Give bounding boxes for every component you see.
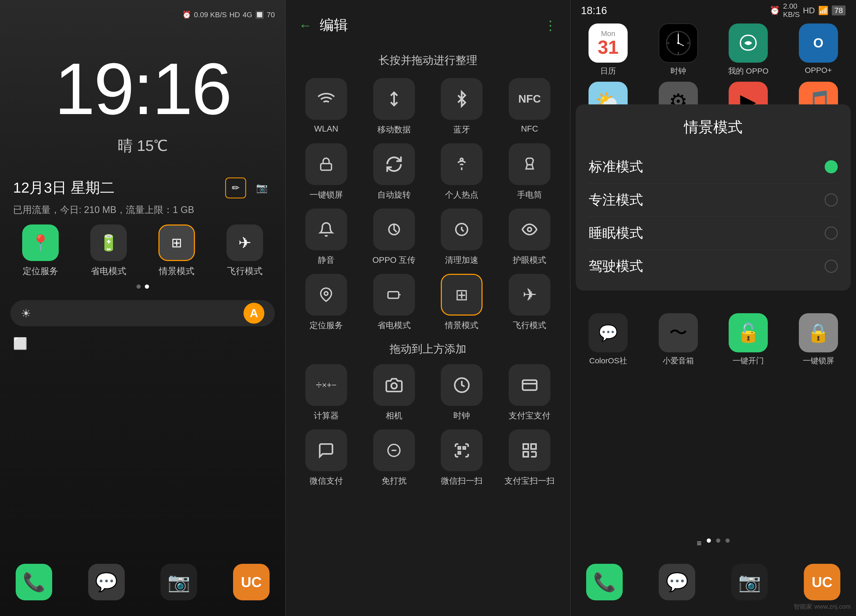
signal-icon: 📶 [818, 6, 828, 15]
scene-option-sleep[interactable]: 睡眠模式 [589, 217, 838, 250]
svg-rect-13 [522, 380, 537, 390]
camera2-label: 相机 [386, 410, 402, 422]
home-screen-panel: 18:16 ⏰ 2.00KB/S HD 📶 78 Mon 31 日历 [571, 0, 856, 616]
svg-rect-20 [523, 444, 528, 449]
tile-battery[interactable]: 🔋 省电模式 [79, 225, 139, 277]
tile-calc[interactable]: ÷×+− 计算器 [296, 364, 356, 422]
tile-airplane2[interactable]: ✈ 飞行模式 [499, 274, 559, 331]
edit-icon[interactable]: ✏ [225, 177, 246, 199]
app-xiaoi[interactable]: 〜 小爱音箱 [646, 313, 711, 366]
search-bar[interactable]: ☀ A [11, 300, 275, 326]
more-button[interactable]: ⋮ [544, 18, 557, 33]
quick-settings-edit-panel: ← 编辑 ⋮ 长按并拖动进行整理 WLAN 移动数据 [285, 0, 571, 616]
app-openlock[interactable]: 🔓 一键开门 [716, 313, 781, 366]
tile-wechatpay[interactable]: 微信支付 [296, 430, 356, 487]
tile-alipay[interactable]: 支付宝支付 [499, 364, 559, 422]
airplane-icon: ✈ [226, 225, 263, 261]
battery-box: 78 [832, 6, 845, 15]
back-button[interactable]: ← [299, 18, 312, 33]
battery2-icon [373, 274, 415, 316]
tile-silent[interactable]: 静音 [296, 209, 356, 266]
nodisturb-label: 免打扰 [382, 475, 406, 487]
uc-app[interactable]: UC [233, 564, 269, 601]
tile-rotate[interactable]: 自动旋转 [364, 143, 424, 201]
user-avatar[interactable]: A [243, 303, 264, 323]
camera-shortcut-icon[interactable]: ⬜ [13, 337, 28, 350]
clean-icon [441, 209, 483, 250]
app-clock[interactable]: 时钟 [646, 23, 711, 77]
phone-app[interactable]: 📞 [15, 564, 52, 601]
scene-option-drive[interactable]: 驾驶模式 [589, 250, 838, 283]
network-speed-icon: 2.00KB/S [783, 2, 800, 19]
scene2-label: 情景模式 [445, 320, 478, 331]
bluetooth-label: 蓝牙 [453, 124, 470, 136]
tile-nodisturb[interactable]: 免打扰 [364, 430, 424, 487]
rotate-label: 自动旋转 [377, 189, 411, 201]
tile-wechatscan[interactable]: 微信扫一扫 [432, 430, 492, 487]
tile-nfc[interactable]: NFC NFC [499, 78, 559, 136]
tile-bluetooth[interactable]: 蓝牙 [432, 78, 492, 136]
clean-label: 清理加速 [445, 254, 478, 266]
calendar-label: 日历 [600, 66, 616, 77]
coloros-icon: 💬 [588, 313, 628, 353]
svg-point-29 [677, 42, 679, 44]
tile-camera2[interactable]: 相机 [364, 364, 424, 422]
quick-tiles: 📍 定位服务 🔋 省电模式 ⊞ 情景模式 ✈ 飞行模式 [0, 225, 285, 277]
tile-oppo-transfer[interactable]: OPPO 互传 [364, 209, 424, 266]
oppo-transfer-label: OPPO 互传 [373, 254, 416, 266]
battery-icon: 🔋 [90, 225, 127, 261]
tile-alipayscan[interactable]: 支付宝扫一扫 [499, 430, 559, 487]
home-camera-app[interactable]: 📷 [731, 564, 768, 601]
app-coloros[interactable]: 💬 ColorOS社 [576, 313, 641, 366]
tile-clock2[interactable]: 时钟 [432, 364, 492, 422]
camera-icon[interactable]: 📷 [251, 177, 272, 199]
svg-rect-17 [458, 447, 460, 449]
dock-dots: ≡ [571, 539, 856, 548]
tile-mobile-data[interactable]: 移动数据 [364, 78, 424, 136]
hd-label: HD [803, 6, 815, 15]
hotspot-icon [441, 143, 483, 185]
camera-app[interactable]: 📷 [160, 564, 197, 601]
home-message-app[interactable]: 💬 [659, 564, 695, 601]
tile-clean[interactable]: 清理加速 [432, 209, 492, 266]
scene-option-standard[interactable]: 标准模式 [589, 150, 838, 183]
home-phone-app[interactable]: 📞 [586, 564, 623, 601]
lock-time: 19:16 [0, 47, 285, 131]
svg-point-8 [324, 292, 328, 296]
drive-radio [825, 260, 838, 273]
tile-airplane[interactable]: ✈ 飞行模式 [214, 225, 275, 277]
section1-label: 长按并拖动进行整理 [286, 53, 570, 68]
tile-wlan[interactable]: WLAN [296, 78, 356, 136]
tile-location2[interactable]: 定位服务 [296, 274, 356, 331]
tile-lockscreen[interactable]: 一键锁屏 [296, 143, 356, 201]
scene-option-focus[interactable]: 专注模式 [589, 183, 838, 217]
tile-location[interactable]: 📍 定位服务 [11, 225, 71, 277]
silent-icon [305, 209, 347, 250]
app-calendar[interactable]: Mon 31 日历 [576, 23, 641, 77]
openlock-icon: 🔓 [729, 313, 768, 353]
tile-flashlight[interactable]: 手电筒 [499, 143, 559, 201]
alipay-icon [509, 364, 550, 406]
message-app[interactable]: 💬 [88, 564, 125, 601]
mobile-data-icon [373, 78, 415, 120]
home-uc-app[interactable]: UC [804, 564, 841, 601]
tile-scene[interactable]: ⊞ 情景模式 [147, 225, 207, 277]
location-icon: 📍 [22, 225, 59, 261]
clock2-label: 时钟 [453, 410, 470, 422]
dock-dot-2 [716, 539, 720, 543]
tile-hotspot[interactable]: 个人热点 [432, 143, 492, 201]
app-myoppo[interactable]: 我的 OPPO [716, 23, 781, 77]
sleep-mode-label: 睡眠模式 [589, 224, 825, 242]
scene-icon: ⊞ [159, 225, 195, 261]
tile-scene2[interactable]: ⊞ 情景模式 [432, 274, 492, 331]
app-onelock[interactable]: 🔒 一键锁屏 [786, 313, 851, 366]
standard-radio [825, 160, 838, 173]
tile-eyecare[interactable]: 护眼模式 [499, 209, 559, 266]
tile-battery2[interactable]: 省电模式 [364, 274, 424, 331]
eyecare-label: 护眼模式 [513, 254, 546, 266]
lockscreen-label: 一键锁屏 [309, 189, 343, 201]
app-oppoplus[interactable]: O OPPO+ [786, 23, 851, 77]
more-apps-grid: 💬 ColorOS社 〜 小爱音箱 🔓 一键开门 🔒 一键锁屏 [571, 313, 856, 366]
coloros-label: ColorOS社 [589, 356, 627, 366]
scene-mode-title: 情景模式 [589, 117, 838, 137]
